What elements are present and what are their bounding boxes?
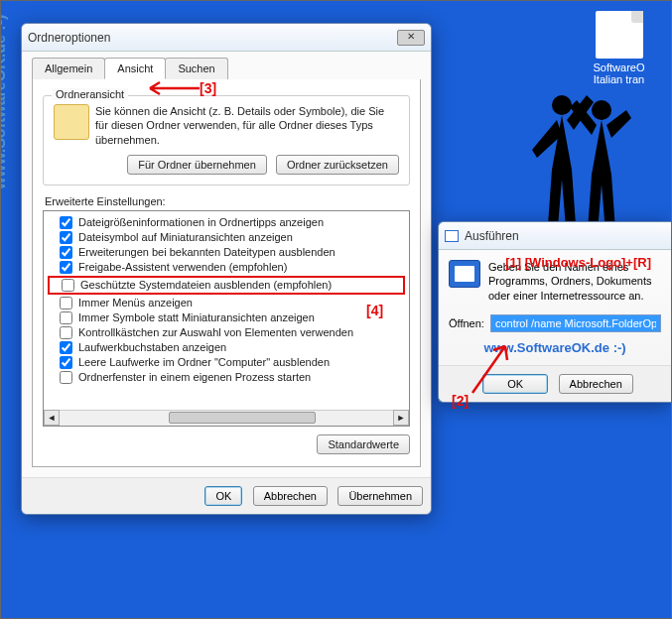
- folderview-desc: Sie können die Ansicht (z. B. Details od…: [95, 104, 395, 147]
- tab-general[interactable]: Allgemein: [32, 58, 105, 79]
- scroll-right-icon[interactable]: ►: [393, 410, 409, 426]
- setting-label: Geschützte Systemdateien ausblenden (emp…: [80, 279, 332, 291]
- run-description: Geben Sie den Namen eines Programms, Ord…: [488, 260, 661, 303]
- desktop-file-icon[interactable]: SoftwareO Italian tran: [582, 11, 656, 85]
- setting-row[interactable]: Laufwerkbuchstaben anzeigen: [48, 340, 405, 355]
- setting-row[interactable]: Dateigrößeninformationen in Ordnertipps …: [48, 215, 405, 230]
- setting-checkbox[interactable]: [60, 341, 72, 354]
- setting-row[interactable]: Leere Laufwerke im Ordner "Computer" aus…: [48, 355, 405, 370]
- setting-label: Erweiterungen bei bekannten Dateitypen a…: [78, 246, 336, 258]
- watermark-inline: www.SoftwareOK.de :-): [449, 340, 661, 355]
- run-ok-button[interactable]: OK: [482, 374, 548, 394]
- run-title: Ausführen: [465, 229, 519, 243]
- advanced-settings-label: Erweiterte Einstellungen:: [45, 195, 410, 207]
- tab-search[interactable]: Suchen: [165, 58, 227, 79]
- tab-strip: Allgemein Ansicht Suchen: [32, 58, 421, 80]
- scroll-left-icon[interactable]: ◄: [44, 410, 60, 426]
- cancel-button[interactable]: Abbrechen: [253, 486, 328, 506]
- setting-row[interactable]: Dateisymbol auf Miniaturansichten anzeig…: [48, 230, 405, 245]
- run-cancel-button[interactable]: Abbrechen: [559, 374, 633, 394]
- setting-row[interactable]: Immer Symbole statt Miniaturansichten an…: [48, 310, 405, 325]
- setting-label: Immer Menüs anzeigen: [78, 297, 193, 309]
- setting-checkbox[interactable]: [60, 231, 72, 244]
- setting-checkbox[interactable]: [60, 371, 72, 384]
- setting-row[interactable]: Freigabe-Assistent verwenden (empfohlen): [48, 260, 405, 275]
- advanced-settings-list[interactable]: Dateigrößeninformationen in Ordnertipps …: [43, 210, 410, 427]
- setting-row[interactable]: Immer Menüs anzeigen: [48, 296, 405, 310]
- setting-label: Immer Symbole statt Miniaturansichten an…: [78, 311, 315, 323]
- open-label: Öffnen:: [449, 317, 484, 329]
- run-program-icon: [449, 260, 480, 288]
- setting-row[interactable]: Geschützte Systemdateien ausblenden (emp…: [48, 276, 405, 295]
- run-dialog: Ausführen Geben Sie den Namen eines Prog…: [438, 221, 671, 403]
- folderview-group: Ordneransicht Sie können die Ansicht (z.…: [43, 95, 410, 186]
- folder-options-titlebar[interactable]: Ordneroptionen ✕: [22, 24, 431, 52]
- apply-to-folders-button[interactable]: Für Ordner übernehmen: [127, 155, 267, 175]
- run-window-icon: [445, 230, 459, 242]
- setting-label: Freigabe-Assistent verwenden (empfohlen): [78, 261, 287, 273]
- run-titlebar[interactable]: Ausführen: [439, 222, 671, 250]
- setting-checkbox[interactable]: [60, 297, 72, 310]
- setting-row[interactable]: Ordnerfenster in einem eigenen Prozess s…: [48, 370, 405, 385]
- setting-checkbox[interactable]: [60, 246, 72, 259]
- folder-options-dialog: Ordneroptionen ✕ Allgemein Ansicht Suche…: [21, 23, 432, 515]
- setting-checkbox[interactable]: [60, 311, 72, 324]
- watermark-vertical: www.SoftwareOK.de :-): [0, 15, 9, 189]
- setting-checkbox[interactable]: [60, 216, 72, 229]
- defaults-button[interactable]: Standardwerte: [317, 434, 410, 454]
- run-command-input[interactable]: [490, 314, 661, 332]
- setting-label: Dateigrößeninformationen in Ordnertipps …: [78, 216, 324, 228]
- reset-folders-button[interactable]: Ordner zurücksetzen: [276, 155, 399, 175]
- folderview-legend: Ordneransicht: [52, 88, 128, 100]
- text-file-icon: [596, 11, 643, 59]
- tab-view[interactable]: Ansicht: [104, 58, 166, 79]
- setting-row[interactable]: Erweiterungen bei bekannten Dateitypen a…: [48, 245, 405, 260]
- apply-button[interactable]: Übernehmen: [337, 486, 423, 506]
- close-icon[interactable]: ✕: [397, 30, 425, 46]
- setting-row[interactable]: Kontrollkästchen zur Auswahl von Element…: [48, 325, 405, 340]
- ok-button[interactable]: OK: [204, 486, 242, 506]
- svg-point-1: [592, 100, 611, 120]
- setting-checkbox[interactable]: [60, 326, 72, 339]
- setting-checkbox[interactable]: [62, 279, 74, 292]
- setting-label: Kontrollkästchen zur Auswahl von Element…: [78, 326, 353, 338]
- svg-point-0: [552, 95, 572, 115]
- horizontal-scrollbar[interactable]: ◄►: [44, 410, 409, 426]
- setting-label: Leere Laufwerke im Ordner "Computer" aus…: [78, 356, 330, 368]
- setting-label: Laufwerkbuchstaben anzeigen: [78, 341, 226, 353]
- setting-checkbox[interactable]: [60, 356, 72, 369]
- setting-label: Dateisymbol auf Miniaturansichten anzeig…: [78, 231, 293, 243]
- setting-checkbox[interactable]: [60, 261, 72, 274]
- folder-options-title: Ordneroptionen: [28, 31, 110, 45]
- scroll-thumb[interactable]: [169, 412, 315, 424]
- folder-icon: [54, 104, 89, 140]
- setting-label: Ordnerfenster in einem eigenen Prozess s…: [78, 371, 311, 383]
